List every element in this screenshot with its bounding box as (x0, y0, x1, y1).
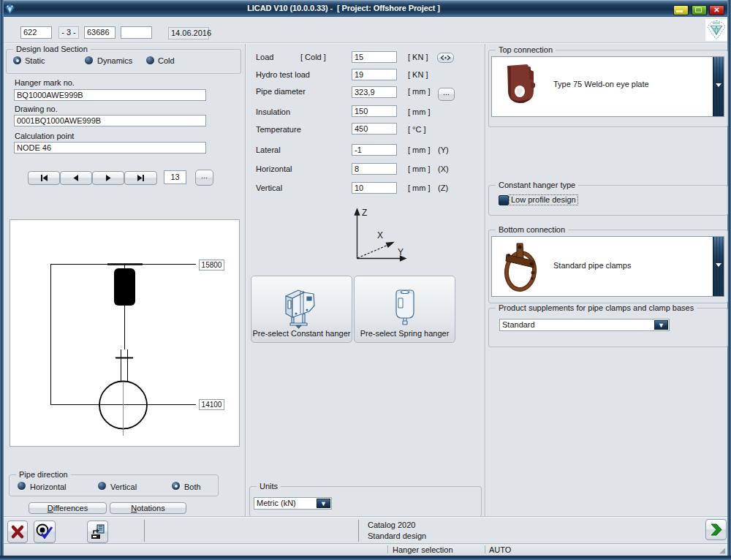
svg-text:Y: Y (398, 247, 404, 257)
svg-text:X: X (377, 230, 383, 241)
svg-text:Z: Z (362, 208, 367, 218)
